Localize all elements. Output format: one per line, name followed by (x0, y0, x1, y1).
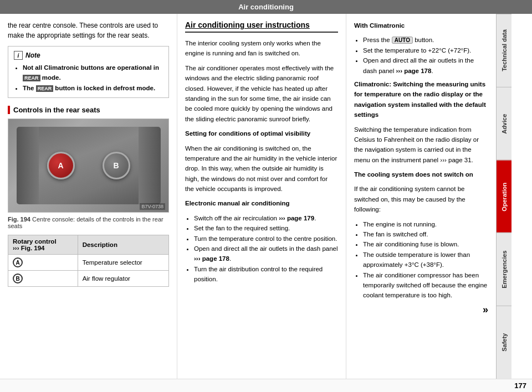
controls-section-title: Controls in the rear seats (8, 106, 169, 114)
table-col2-header: Description (78, 235, 168, 255)
tab-emergencies-label: Emergencies (501, 251, 508, 288)
button-b: B (103, 152, 130, 179)
circle-b: B (13, 274, 23, 283)
tab-safety-label: Safety (501, 333, 508, 352)
page-header: Air conditioning (0, 0, 532, 14)
note-list: Not all Climatronic buttons are operatio… (14, 63, 163, 93)
table-cell-desc-b: Air flow regulator (78, 271, 168, 287)
watermark: B7V-0738 (140, 203, 165, 210)
cooling-item-1: The engine is not running. (363, 219, 488, 229)
table-cell-label-a: A (8, 255, 78, 271)
console-illustration: A B (17, 127, 161, 204)
cooling-list: The engine is not running. The fan is sw… (354, 219, 488, 301)
note-box: i Note Not all Climatronic buttons are o… (8, 46, 169, 98)
tab-advice-label: Advice (501, 114, 508, 133)
tab-emergencies[interactable]: Emergencies (497, 233, 511, 306)
controls-title-text: Controls in the rear seats (13, 106, 100, 114)
footer: 177 (0, 379, 532, 392)
climatronic-item-1: Press the AUTO button. (363, 35, 488, 45)
fig-ref: ››› Fig. 194 (13, 245, 45, 251)
mid-para1: The interior cooling system only works w… (185, 38, 338, 59)
tab-technical-data[interactable]: Technical data (497, 14, 511, 87)
switching-title-text: Climatronic: Switching the measuring uni… (354, 81, 486, 118)
climatronic-title: With Climatronic (354, 20, 488, 30)
continuation-arrow: » (354, 304, 488, 316)
car-image: A B B7V-0738 (8, 118, 169, 213)
mid-section-header: Air conditioning user instructions (185, 20, 338, 33)
tab-operation-label: Operation (501, 182, 508, 211)
right-column: With Climatronic Press the AUTO button. … (346, 14, 496, 379)
climatronic-list: Press the AUTO button. Set the temperatu… (354, 35, 488, 76)
cooling-item-3: The air conditioning fuse is blown. (363, 239, 488, 249)
table-cell-label-b: B (8, 271, 78, 287)
rear-badge-2: REAR (36, 85, 54, 92)
page-number: 177 (514, 381, 526, 390)
note-label: Note (25, 51, 40, 59)
cooling-item-2: The fan is switched off. (363, 229, 488, 239)
auto-button: AUTO (392, 37, 413, 44)
left-column: the rear centre console. These controls … (0, 14, 177, 379)
subsection2-item-3: Turn the temperature control to the cent… (194, 234, 338, 244)
cooling-intro: If the air conditioning system cannot be… (354, 184, 488, 214)
cooling-item-4: The outside temperature is lower than ap… (363, 250, 488, 270)
switching-title: Climatronic: Switching the measuring uni… (354, 79, 488, 120)
mid-para2: The air conditioner operates most effect… (185, 63, 338, 124)
climatronic-item-2: Set the temperature to +22°C (+72°F). (363, 45, 488, 55)
tab-technical-data-label: Technical data (501, 30, 508, 72)
cooling-title: The cooling system does not switch on (354, 169, 488, 179)
tab-safety[interactable]: Safety (497, 306, 511, 379)
climatronic-item-3: Open and direct all the air outlets in t… (363, 55, 488, 76)
fig-caption-text: Centre console: details of the controls … (8, 216, 163, 229)
table-row: A Temperature selector (8, 255, 169, 271)
header-title: Air conditioning (238, 3, 294, 11)
subsection1-para: When the air conditioning is switched on… (185, 143, 338, 194)
note-item-1: Not all Climatronic buttons are operatio… (23, 63, 163, 83)
table-cell-desc-a: Temperature selector (78, 255, 168, 271)
subsection2-item-1: Switch off the air recirculation ››› pag… (194, 213, 338, 223)
tab-operation[interactable]: Operation (497, 160, 511, 233)
rear-badge-1: REAR (23, 75, 40, 81)
cooling-title-text: The cooling system does not switch on (354, 171, 473, 178)
main-content: Air conditioning the rear centre console… (0, 0, 532, 392)
subsection1-title: Setting for conditions of optimal visibi… (185, 128, 338, 138)
table-col1-header: Rotary control››› Fig. 194 (8, 235, 78, 255)
middle-column: Air conditioning user instructions The i… (177, 14, 346, 379)
subsection2-item-4: Open and direct all the air outlets in t… (194, 244, 338, 264)
sidebar-tabs: Technical data Advice Operation Emergenc… (496, 14, 511, 379)
left-intro: the rear centre console. These controls … (8, 20, 169, 40)
tab-advice[interactable]: Advice (497, 87, 511, 160)
table-row: B Air flow regulator (8, 271, 169, 287)
body-area: the rear centre console. These controls … (0, 14, 532, 379)
note-icon: i (14, 51, 23, 60)
circle-a: A (13, 257, 23, 267)
note-item-2: The REAR button is locked in defrost mod… (23, 83, 163, 93)
fig-caption: Fig. 194 Centre console: details of the … (8, 216, 169, 229)
subsection2-list: Switch off the air recirculation ››› pag… (185, 213, 338, 285)
controls-table: Rotary control››› Fig. 194 Description A… (8, 235, 169, 287)
subsection2-item-5: Turn the air distribution control to the… (194, 264, 338, 285)
subsection2-title: Electronic manual air conditioning (185, 198, 338, 208)
switching-para: Switching the temperature indication fro… (354, 125, 488, 166)
button-a: A (47, 152, 75, 179)
cooling-item-5: The air conditioner compressor has been … (363, 270, 488, 301)
note-title: i Note (14, 51, 163, 60)
subsection2-item-2: Set the fan to the required setting. (194, 223, 338, 233)
